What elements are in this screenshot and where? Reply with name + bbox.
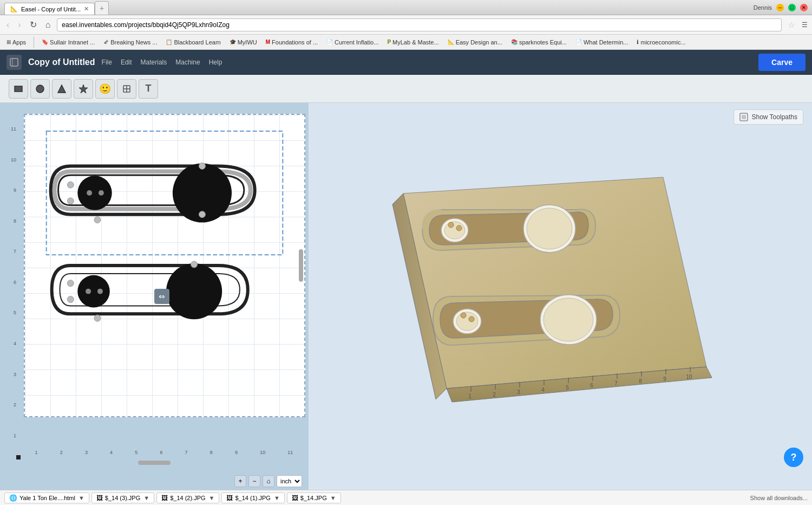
bookmark-separator xyxy=(34,37,34,48)
download-icon-0: 🌐 xyxy=(9,494,17,502)
active-tab[interactable]: 📐 Easel - Copy of Untit... ✕ xyxy=(4,3,95,15)
ruler-y-5: 5 xyxy=(9,310,16,315)
bookmark-foundations[interactable]: M Foundations of ... xyxy=(263,38,321,47)
text-tool[interactable]: T xyxy=(139,79,158,99)
download-item-1[interactable]: 🖼 $_14 (3).JPG ▼ xyxy=(91,493,154,503)
url-input[interactable] xyxy=(57,18,782,31)
svg-text:7: 7 xyxy=(614,380,618,386)
ruler-left: 11 10 9 8 7 6 5 4 3 2 1 xyxy=(9,114,16,451)
show-all-downloads-link[interactable]: Show all downloads... xyxy=(750,495,808,501)
download-icon-4: 🖼 xyxy=(292,494,298,502)
ruler-x-3: 3 xyxy=(85,450,88,457)
bookmark-myiwu[interactable]: 🎓 MyIWU xyxy=(226,38,260,47)
panel-switch-button[interactable]: ⇔ xyxy=(154,289,169,304)
download-arrow-0: ▼ xyxy=(78,495,84,501)
toolbar: 🙂 T xyxy=(0,75,812,103)
download-arrow-4: ▼ xyxy=(330,495,336,501)
ruler-y-10: 10 xyxy=(9,157,16,163)
close-button[interactable]: ✕ xyxy=(800,4,808,11)
svg-point-3 xyxy=(36,85,44,93)
main-area: 11 10 9 8 7 6 5 4 3 2 1 xyxy=(0,103,812,490)
download-item-0[interactable]: 🌐 Yale 1 Ton Ele....html ▼ xyxy=(4,493,89,503)
downloads-bar: 🌐 Yale 1 Ton Ele....html ▼ 🖼 $_14 (3).JP… xyxy=(0,490,812,505)
canvas-area[interactable] xyxy=(24,114,305,417)
browser-controls: Dennis ─ □ ✕ xyxy=(754,4,808,11)
tab-close-button[interactable]: ✕ xyxy=(84,5,89,12)
whatdet-icon: 📄 xyxy=(575,39,582,45)
forward-button[interactable]: › xyxy=(16,19,23,31)
bookmark-inflation[interactable]: 📄 Current Inflatio... xyxy=(323,38,382,47)
ruler-x-7: 7 xyxy=(185,450,188,457)
svg-point-29 xyxy=(94,315,101,321)
bookmark-sullair[interactable]: 🔖 Sullair Intranet ... xyxy=(38,38,98,47)
canvas-controls: + − ⌂ inch mm xyxy=(0,472,309,490)
download-icon-1: 🖼 xyxy=(96,494,103,502)
menu-icon[interactable]: ☰ xyxy=(802,21,808,29)
sparknotes-icon: 📚 xyxy=(511,39,518,45)
rectangle-tool[interactable] xyxy=(9,79,28,99)
bookmark-sparknotes[interactable]: 📚 sparknotes Equi... xyxy=(508,38,570,47)
zoom-in-button[interactable]: + xyxy=(234,475,246,487)
bookmark-easydesign[interactable]: 📐 Easy Design an... xyxy=(444,38,506,47)
svg-text:6: 6 xyxy=(590,383,593,389)
bookmark-apps[interactable]: ⊞ Apps xyxy=(3,38,29,47)
mylab-icon: P xyxy=(387,39,391,45)
bookmark-whatdetermines[interactable]: 📄 What Determin... xyxy=(572,38,632,47)
menu-materials[interactable]: Materials xyxy=(141,59,167,66)
grid-tool[interactable] xyxy=(117,79,136,99)
home-view-button[interactable]: ⌂ xyxy=(263,475,274,487)
svg-text:3: 3 xyxy=(517,389,520,395)
emoji-tool[interactable]: 🙂 xyxy=(95,79,115,99)
myiwu-icon: 🎓 xyxy=(230,39,236,45)
download-label-0: Yale 1 Ton Ele....html xyxy=(19,495,75,501)
svg-point-17 xyxy=(199,163,206,169)
svg-point-18 xyxy=(199,211,206,218)
ruler-y-4: 4 xyxy=(9,341,16,346)
ruler-x-10: 10 xyxy=(260,450,265,457)
tab-title: Easel - Copy of Untit... xyxy=(21,6,81,12)
menu-help[interactable]: Help xyxy=(209,59,222,66)
bookmark-breaking-news[interactable]: 🗞 Breaking News ... xyxy=(100,38,160,47)
svg-point-16 xyxy=(99,190,104,196)
bookmark-sparknotes-label: sparknotes Equi... xyxy=(519,39,567,46)
unit-select[interactable]: inch mm xyxy=(277,475,302,487)
svg-point-44 xyxy=(543,298,593,341)
scrollbar-vertical[interactable] xyxy=(299,249,303,282)
svg-point-19 xyxy=(67,182,74,188)
triangle-tool[interactable] xyxy=(52,79,71,99)
reload-button[interactable]: ↻ xyxy=(28,18,39,31)
ellipse-tool[interactable] xyxy=(30,79,50,99)
scrollbar-horizontal[interactable] xyxy=(138,461,171,465)
bookmark-star-icon[interactable]: ☆ xyxy=(788,21,795,29)
svg-point-22 xyxy=(166,263,222,319)
bookmark-microeconomics[interactable]: ℹ microeconomic... xyxy=(633,38,689,47)
zoom-out-button[interactable]: − xyxy=(248,475,260,487)
svg-point-42 xyxy=(456,225,462,231)
home-button[interactable]: ⌂ xyxy=(43,19,53,31)
download-item-4[interactable]: 🖼 $_14.JPG ▼ xyxy=(287,493,341,503)
download-item-2[interactable]: 🖼 $_14 (2).JPG ▼ xyxy=(156,493,219,503)
maximize-button[interactable]: □ xyxy=(788,4,796,11)
news-icon: 🗞 xyxy=(103,39,109,45)
carve-button[interactable]: Carve xyxy=(758,54,806,71)
star-tool[interactable] xyxy=(74,79,93,99)
svg-text:1: 1 xyxy=(468,393,472,399)
menu-file[interactable]: File xyxy=(102,59,112,66)
back-button[interactable]: ‹ xyxy=(4,19,11,31)
help-button[interactable]: ? xyxy=(784,448,803,467)
bookmark-whatdet-label: What Determin... xyxy=(584,39,628,46)
svg-text:2: 2 xyxy=(493,392,496,398)
bookmark-blackboard[interactable]: 📋 Blackboard Learn xyxy=(162,38,224,47)
download-label-1: $_14 (3).JPG xyxy=(105,495,140,501)
minimize-button[interactable]: ─ xyxy=(776,4,784,11)
ruler-x-5: 5 xyxy=(135,450,137,457)
menu-machine[interactable]: Machine xyxy=(175,59,200,66)
design-canvas[interactable] xyxy=(25,115,304,416)
bookmark-mylab[interactable]: P MyLab & Maste... xyxy=(384,38,442,47)
bookmark-myiwu-label: MyIWU xyxy=(238,39,257,46)
download-item-3[interactable]: 🖼 $_14 (1).JPG ▼ xyxy=(221,493,284,503)
blackboard-icon: 📋 xyxy=(166,39,172,45)
new-tab[interactable]: + xyxy=(95,1,109,15)
menu-edit[interactable]: Edit xyxy=(121,59,132,66)
micro-icon: ℹ xyxy=(637,39,639,45)
